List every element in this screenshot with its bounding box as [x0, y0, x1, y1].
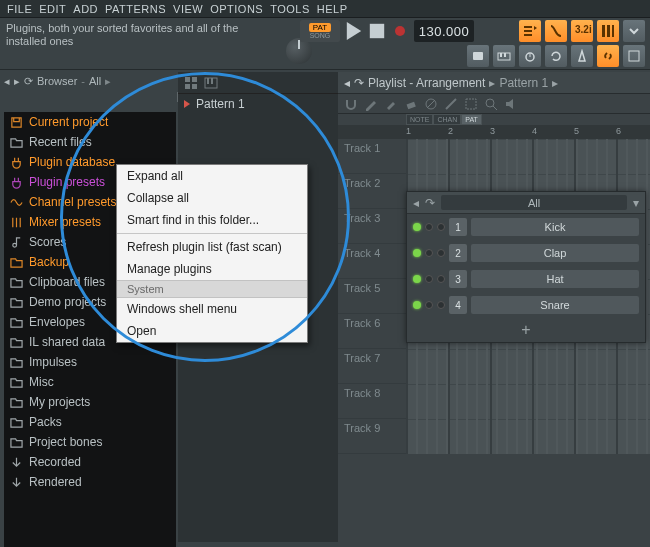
tree-item[interactable]: Packs [4, 412, 176, 432]
channel-vol-knob[interactable] [437, 223, 445, 231]
context-menu-item[interactable]: Windows shell menu [117, 298, 307, 320]
channel-pan-knob[interactable] [425, 249, 433, 257]
channel-vol-knob[interactable] [437, 249, 445, 257]
select-icon[interactable] [464, 97, 478, 111]
context-menu-item[interactable]: Collapse all [117, 187, 307, 209]
menu-edit[interactable]: EDIT [36, 2, 69, 16]
channel-enable-led[interactable] [413, 301, 421, 309]
tempo-display[interactable]: 130.000 [414, 20, 474, 42]
main-menu-bar: FILEEDITADDPATTERNSVIEWOPTIONSTOOLSHELP [0, 0, 650, 18]
menu-add[interactable]: ADD [70, 2, 101, 16]
channel-name-button[interactable]: Snare [471, 296, 639, 314]
channel-rack-window[interactable]: ◂ ↷ All ▾ 1Kick2Clap3Hat4Snare + [406, 191, 646, 343]
svg-rect-16 [207, 78, 209, 84]
ruler-mode-tabs[interactable]: NOTE CHAN PAT [406, 114, 650, 125]
channel-enable-led[interactable] [413, 249, 421, 257]
channel-name-button[interactable]: Clap [471, 244, 639, 262]
play-button[interactable] [345, 22, 363, 40]
tree-item[interactable]: Project bones [4, 432, 176, 452]
channel-enable-led[interactable] [413, 275, 421, 283]
stop-button[interactable] [368, 22, 386, 40]
menu-tools[interactable]: TOOLS [267, 2, 313, 16]
playlist-redo-icon[interactable]: ↷ [354, 76, 364, 90]
fwd-icon[interactable]: ▸ [14, 75, 20, 88]
pencil-icon[interactable] [364, 97, 378, 111]
record-button[interactable] [391, 22, 409, 40]
tree-item[interactable]: Impulses [4, 352, 176, 372]
link-button[interactable] [597, 45, 619, 67]
redo-icon[interactable]: ↷ [425, 196, 435, 210]
channel-mixer-track[interactable]: 2 [449, 244, 467, 262]
tree-item[interactable]: Current project [4, 112, 176, 132]
metronome-button[interactable] [571, 45, 593, 67]
zoom-icon[interactable] [484, 97, 498, 111]
keys-icon[interactable] [204, 76, 218, 90]
playlist-button[interactable] [519, 20, 541, 42]
playlist-track-header[interactable]: Track 5 [338, 279, 406, 314]
context-menu-item[interactable]: Open [117, 320, 307, 342]
svg-rect-8 [504, 53, 506, 57]
context-menu-item[interactable]: Refresh plugin list (fast scan) [117, 236, 307, 258]
playlist-track-header[interactable]: Track 7 [338, 349, 406, 384]
back-icon[interactable]: ◂ [4, 75, 10, 88]
mixer-button[interactable] [597, 20, 619, 42]
context-menu-item[interactable]: Smart find in this folder... [117, 209, 307, 231]
midi-settings-button[interactable] [467, 45, 489, 67]
channel-rack-button[interactable]: 3.2i [571, 20, 593, 42]
typing-keyboard-button[interactable] [493, 45, 515, 67]
playlist-track-header[interactable]: Track 9 [338, 419, 406, 454]
chevron-down-icon[interactable]: ▾ [633, 196, 639, 210]
playlist-track-header[interactable]: Track 2 [338, 174, 406, 209]
pattern-entry[interactable]: Pattern 1 [178, 94, 338, 114]
channel-pan-knob[interactable] [425, 301, 433, 309]
channel-name-button[interactable]: Kick [471, 218, 639, 236]
slice-icon[interactable] [444, 97, 458, 111]
channel-mixer-track[interactable]: 1 [449, 218, 467, 236]
menu-patterns[interactable]: PATTERNS [102, 2, 169, 16]
menu-file[interactable]: FILE [4, 2, 35, 16]
channel-vol-knob[interactable] [437, 301, 445, 309]
context-menu-item[interactable]: Expand all [117, 165, 307, 187]
channel-vol-knob[interactable] [437, 275, 445, 283]
channel-mixer-track[interactable]: 4 [449, 296, 467, 314]
playlist-track-header[interactable]: Track 6 [338, 314, 406, 349]
channel-pan-knob[interactable] [425, 223, 433, 231]
erase-icon[interactable] [404, 97, 418, 111]
menu-icon[interactable]: ◂ [344, 76, 350, 90]
tree-item[interactable]: Misc [4, 372, 176, 392]
add-channel-button[interactable]: + [407, 318, 645, 342]
menu-icon[interactable]: ◂ [413, 196, 419, 210]
playlist-track-header[interactable]: Track 4 [338, 244, 406, 279]
channel-pan-knob[interactable] [425, 275, 433, 283]
menu-view[interactable]: VIEW [170, 2, 206, 16]
channel-name-button[interactable]: Hat [471, 270, 639, 288]
countdown-button[interactable] [519, 45, 541, 67]
piano-roll-button[interactable] [545, 20, 567, 42]
tree-item[interactable]: My projects [4, 392, 176, 412]
playlist-track-header[interactable]: Track 1 [338, 139, 406, 174]
browser-filter[interactable]: All [89, 75, 101, 87]
reload-icon[interactable]: ⟳ [24, 75, 33, 88]
speaker-icon[interactable] [504, 97, 518, 111]
playlist-track-header[interactable]: Track 3 [338, 209, 406, 244]
channel-mixer-track[interactable]: 3 [449, 270, 467, 288]
tree-item[interactable]: Recorded [4, 452, 176, 472]
pat-song-switch[interactable]: PAT SONG [300, 20, 340, 42]
playlist-crumb[interactable]: Pattern 1 [499, 76, 548, 90]
magnet-icon[interactable] [344, 97, 358, 111]
tree-item[interactable]: Rendered [4, 472, 176, 492]
playlist-track-header[interactable]: Track 8 [338, 384, 406, 419]
menu-help[interactable]: HELP [314, 2, 351, 16]
channel-filter[interactable]: All [441, 195, 627, 210]
channel-enable-led[interactable] [413, 223, 421, 231]
mute-icon[interactable] [424, 97, 438, 111]
context-menu-item[interactable]: Manage plugins [117, 258, 307, 280]
grid-icon[interactable] [184, 76, 198, 90]
playlist-ruler[interactable]: 123456 [338, 125, 650, 139]
loop-record-button[interactable] [545, 45, 567, 67]
more-views-button[interactable] [623, 20, 645, 42]
brush-icon[interactable] [384, 97, 398, 111]
menu-options[interactable]: OPTIONS [207, 2, 266, 16]
snap-button[interactable] [623, 45, 645, 67]
tree-item[interactable]: Recent files [4, 132, 176, 152]
